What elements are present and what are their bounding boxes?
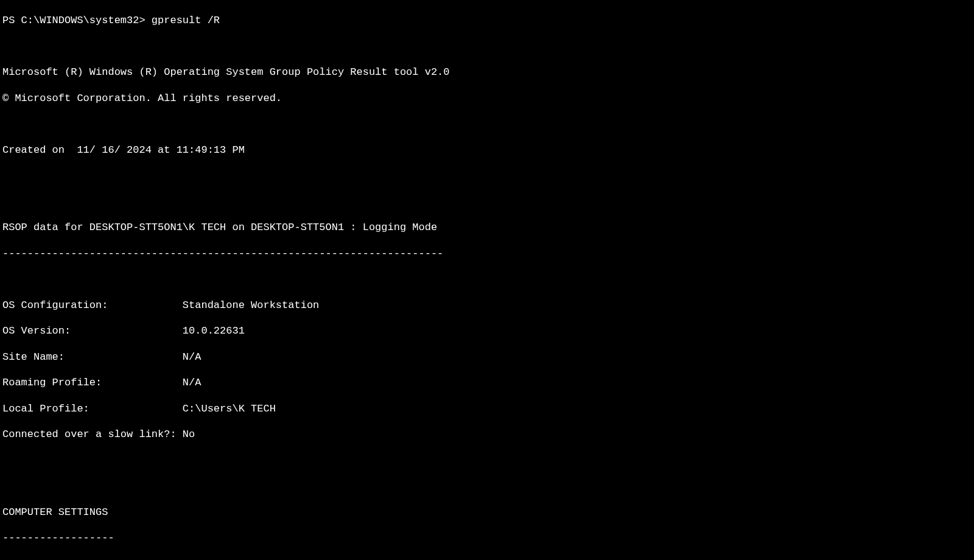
- prompt-path: PS C:\WINDOWS\system32>: [2, 15, 152, 26]
- computer-settings-divider: ------------------: [2, 531, 972, 544]
- roaming-profile: Roaming Profile: N/A: [2, 376, 972, 389]
- blank-line: [2, 117, 972, 130]
- os-configuration: OS Configuration: Standalone Workstation: [2, 299, 972, 312]
- command-arg: /R: [201, 15, 220, 26]
- created-on-line: Created on 11/ 16/ 2024 at 11:49:13 PM: [2, 144, 972, 156]
- prompt-line: PS C:\WINDOWS\system32> gpresult /R: [2, 14, 972, 27]
- blank-line: [2, 169, 972, 182]
- slow-link: Connected over a slow link?: No: [2, 428, 972, 441]
- rsop-divider: ----------------------------------------…: [2, 247, 972, 260]
- computer-settings-title: COMPUTER SETTINGS: [2, 506, 972, 519]
- blank-line: [2, 480, 972, 492]
- rsop-data-line: RSOP data for DESKTOP-STT5ON1\K TECH on …: [2, 221, 972, 234]
- copyright-line: © Microsoft Corporation. All rights rese…: [2, 92, 972, 105]
- local-profile: Local Profile: C:\Users\K TECH: [2, 402, 972, 415]
- os-version: OS Version: 10.0.22631: [2, 324, 972, 337]
- site-name: Site Name: N/A: [2, 351, 972, 363]
- blank-line: [2, 195, 972, 208]
- blank-line: [2, 454, 972, 467]
- command-name: gpresult: [152, 15, 201, 26]
- blank-line: [2, 40, 972, 53]
- terminal-output[interactable]: PS C:\WINDOWS\system32> gpresult /R Micr…: [2, 1, 972, 560]
- blank-line: [2, 558, 972, 560]
- tool-header: Microsoft (R) Windows (R) Operating Syst…: [2, 66, 972, 79]
- blank-line: [2, 273, 972, 285]
